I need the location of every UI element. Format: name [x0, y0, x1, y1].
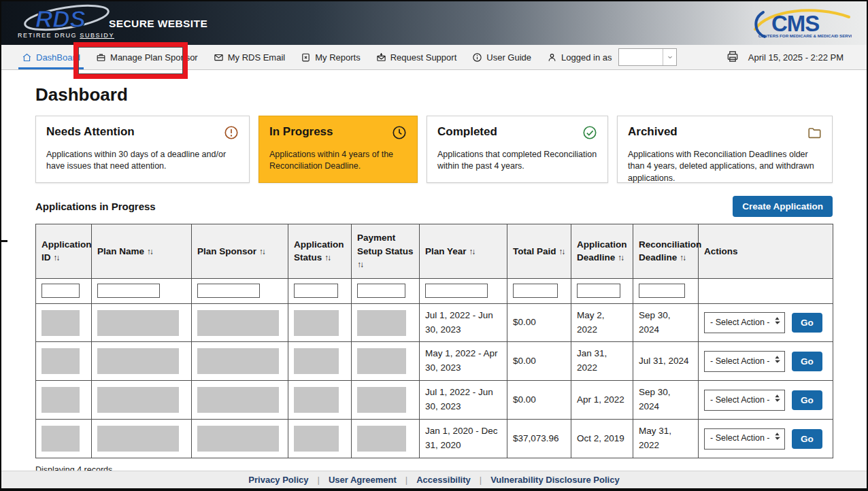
secure-area-indicator: SECURE AREA [35, 488, 833, 491]
nav-item-label: User Guide [486, 52, 531, 63]
column-header-application-status[interactable]: Application Status ↑↓ [288, 224, 352, 279]
column-header-plan-name[interactable]: Plan Name ↑↓ [92, 224, 192, 279]
cell-actions: - Select Action -Go [699, 342, 833, 381]
cell-payment-setup-status [352, 420, 420, 458]
filter-input-plan-sponsor[interactable] [197, 284, 260, 298]
column-header-plan-sponsor[interactable]: Plan Sponsor ↑↓ [192, 224, 288, 279]
nav-right: April 15, 2025 - 2:22 PM [726, 45, 844, 69]
footer-separator: | [318, 475, 320, 485]
go-button[interactable]: Go [792, 352, 822, 371]
filter-input-application-status[interactable] [294, 284, 338, 298]
table-body: Jul 1, 2022 - Jun 30, 2023$0.00May 2, 20… [36, 278, 833, 458]
cell-plan-year: May 1, 2022 - Apr 30, 2023 [420, 342, 507, 381]
column-header-payment-setup-status[interactable]: Payment Setup Status ↑↓ [352, 224, 420, 279]
column-header-plan-year[interactable]: Plan Year ↑↓ [420, 224, 507, 279]
filter-input-application-id[interactable] [41, 284, 80, 298]
actions-cell: - Select Action -Go [704, 390, 827, 411]
action-select[interactable]: - Select Action - [704, 428, 785, 450]
redacted-value [357, 310, 406, 336]
cell-application-deadline: Apr 1, 2022 [571, 381, 633, 420]
action-select-value: - Select Action - [710, 355, 770, 368]
main-content: Dashboard Needs AttentionApplications wi… [1, 84, 867, 491]
footer-link-vulnerability-disclosure-policy[interactable]: Vulnerability Disclosure Policy [490, 475, 620, 485]
filter-input-reconciliation-deadline[interactable] [639, 284, 685, 298]
card-needs-attention[interactable]: Needs AttentionApplications within 30 da… [35, 116, 250, 183]
filter-cell-plan-sponsor [192, 278, 288, 303]
filter-cell-application-status [288, 278, 352, 303]
sort-icon: ↑↓ [357, 260, 363, 269]
sort-icon: ↑↓ [618, 253, 623, 263]
table-row: May 1, 2022 - Apr 30, 2023$0.00Jan 31, 2… [36, 342, 833, 381]
table-row: Jan 1, 2020 - Dec 31, 2020$37,073.96Oct … [36, 420, 833, 458]
filter-input-application-deadline[interactable] [577, 284, 620, 298]
select-updown-icon [774, 355, 780, 368]
card-description: Applications that completed Reconciliati… [437, 149, 597, 173]
cell-payment-setup-status [352, 342, 420, 381]
go-button[interactable]: Go [792, 390, 822, 410]
sort-icon: ↑↓ [558, 247, 564, 256]
footer-link-user-agreement[interactable]: User Agreement [329, 475, 397, 485]
column-label: Actions [704, 246, 738, 256]
cell-total-paid: $0.00 [507, 303, 571, 342]
column-header-reconciliation-deadline[interactable]: Reconciliation Deadline ↑↓ [633, 224, 699, 279]
go-button[interactable]: Go [792, 313, 822, 333]
footer-link-accessibility[interactable]: Accessibility [416, 475, 471, 485]
action-select[interactable]: - Select Action - [704, 390, 785, 411]
select-updown-icon [774, 394, 780, 407]
svg-text:RDS: RDS [35, 5, 86, 32]
site-title: SECURE WEBSITE [109, 18, 207, 30]
nav-item-dashboard[interactable]: DashBoard [22, 45, 80, 69]
cell-plan-name [92, 342, 192, 381]
page-title: Dashboard [35, 84, 833, 105]
nav-item-request-support[interactable]: Request Support [376, 45, 457, 69]
nav-item-manage-plan-sponsor[interactable]: Manage Plan Sponsor [96, 45, 198, 69]
column-header-total-paid[interactable]: Total Paid ↑↓ [507, 224, 571, 279]
cell-application-id [36, 381, 92, 420]
nav-item-my-reports[interactable]: My Reports [301, 45, 360, 69]
redacted-value [97, 387, 179, 413]
filter-cell-reconciliation-deadline [633, 278, 699, 303]
create-application-button[interactable]: Create Application [733, 196, 833, 217]
nav-item-logged-in-as[interactable]: Logged in as [547, 45, 677, 69]
sort-icon: ↑↓ [680, 253, 685, 263]
nav-item-label: Manage Plan Sponsor [110, 52, 198, 63]
go-button[interactable]: Go [792, 429, 822, 449]
card-description: Applications with Reconciliation Deadlin… [628, 149, 822, 184]
footer-link-privacy-policy[interactable]: Privacy Policy [248, 475, 308, 485]
masthead: RDS RETIREE DRUG SUBSIDY SECURE WEBSITE … [1, 1, 867, 45]
applications-heading: Applications in Progress [35, 201, 156, 212]
warning-circle-icon [224, 125, 239, 143]
cell-plan-name [92, 420, 192, 458]
redacted-value [97, 310, 179, 336]
column-label: Total Paid [513, 246, 556, 256]
nav-item-my-rds-email[interactable]: My RDS Email [214, 45, 286, 69]
lock-icon [35, 488, 45, 491]
filter-input-plan-name[interactable] [97, 284, 160, 298]
printer-icon[interactable] [726, 50, 739, 65]
cms-logo: CMS CENTERS FOR MEDICARE & MEDICAID SERV… [748, 6, 852, 43]
cell-plan-sponsor [192, 420, 288, 458]
folder-icon [807, 125, 822, 143]
filter-input-payment-setup-status[interactable] [357, 284, 405, 298]
redacted-value [294, 426, 339, 452]
card-completed[interactable]: CompletedApplications that completed Rec… [427, 116, 608, 183]
action-select[interactable]: - Select Action - [704, 351, 785, 372]
action-select[interactable]: - Select Action - [704, 312, 785, 333]
column-header-application-id[interactable]: Application ID ↑↓ [36, 224, 92, 279]
filter-input-total-paid[interactable] [513, 284, 558, 298]
redacted-value [41, 387, 80, 413]
card-archived[interactable]: ArchivedApplications with Reconciliation… [617, 116, 833, 183]
filter-input-plan-year[interactable] [425, 284, 488, 298]
redacted-value [197, 387, 279, 413]
logged-in-user-select[interactable] [618, 48, 677, 66]
column-header-application-deadline[interactable]: Application Deadline ↑↓ [571, 224, 633, 279]
cms-logo-icon: CMS CENTERS FOR MEDICARE & MEDICAID SERV… [748, 6, 852, 40]
action-select-value: - Select Action - [710, 432, 770, 445]
card-in-progress[interactable]: In ProgressApplications within 4 years o… [258, 116, 418, 183]
cell-reconciliation-deadline: Sep 30, 2024 [633, 303, 699, 342]
column-label: Plan Year [425, 246, 467, 256]
redacted-value [41, 310, 80, 336]
nav-item-user-guide[interactable]: User Guide [472, 45, 531, 69]
applications-section-header: Applications in Progress Create Applicat… [35, 196, 833, 217]
actions-cell: - Select Action -Go [704, 428, 827, 450]
